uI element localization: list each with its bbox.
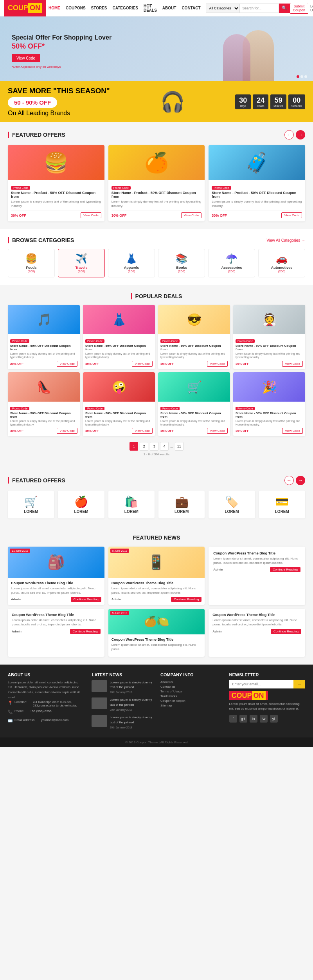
news-card-b1-read-more[interactable]: Continue Reading [70,629,101,634]
offer-card-2-view-code[interactable]: View Code [181,212,202,218]
offer-card-1-footer: 30% OFF View Code [11,210,101,218]
news-card-2-title: Coupon WordPress Theme Blog Title [112,581,202,585]
location-icon: 📍 [8,701,13,705]
brands-prev-button[interactable]: ← [284,476,294,485]
news-card-2-body: Coupon WordPress Theme Blog Title Lorem … [108,578,205,605]
offer-card-1-view-code[interactable]: View Code [81,212,101,218]
cat-travels[interactable]: ✈️ Travels (200) [58,249,105,277]
brand-4[interactable]: 💼 LOREM [158,491,205,518]
page-1-button[interactable]: 1 [130,442,138,451]
page-last-button[interactable]: 11 [175,442,183,451]
categories-view-all[interactable]: View All Categories → [266,238,305,243]
brand-4-icon: 💼 [162,495,201,508]
social-facebook[interactable]: f [229,715,237,723]
nav-stores[interactable]: Stores [88,6,110,10]
offer-card-1-tag: Promo Code [11,186,30,190]
cat-apparels-name: Apparels [110,266,153,270]
news-card-1-read-more[interactable]: Continue Reading [71,597,101,602]
search-input[interactable] [240,4,279,13]
hero-dot-2[interactable] [300,75,303,78]
deal-card-2-off: 30% OFF [85,362,99,366]
featured-offers-header: FEATURED OFFERS ← → [8,130,305,139]
page-4-button[interactable]: 4 [160,442,169,451]
cat-apparels-icon: 👗 [110,253,153,264]
deal-card-1-view-code[interactable]: View Code [57,361,77,367]
cat-foods[interactable]: 🍔 Foods (200) [8,249,55,277]
news-header: FEATURED NEWS [8,534,305,541]
nav-contact[interactable]: Contact [179,6,203,10]
social-twitter[interactable]: tw [260,715,268,723]
category-select[interactable]: All Categories [206,4,240,13]
footer-link-coupon[interactable]: Coupon or Report [160,699,221,703]
news-card-b3-read-more[interactable]: Continue Reading [271,629,301,634]
deal-card-4-footer: 30% OFF View Code [236,361,303,367]
footer-link-sitemap[interactable]: Sitemap [160,704,221,707]
login-link[interactable]: Login/Sign Up [310,4,313,12]
footer-news-title: LATEST NEWS [92,672,153,677]
brands-next-button[interactable]: → [296,476,305,485]
footer-link-contact[interactable]: Contact us [160,685,221,688]
cat-accessories[interactable]: ☂️ Accessories (200) [208,249,255,277]
news-card-2-read-more[interactable]: Continue Reading [171,597,201,602]
deal-card-7-view-code[interactable]: View Code [207,428,228,434]
nav-coupons[interactable]: Coupons [63,6,88,10]
hero-view-code-button[interactable]: View Code [12,54,40,62]
news-card-b3-footer: Admin Continue Reading [212,629,301,634]
page-3-button[interactable]: 3 [150,442,158,451]
news-card-side-title: Coupon WordPress Theme Blog Title [213,551,300,555]
deal-card-6-view-code[interactable]: View Code [132,428,153,434]
cat-apparels[interactable]: 👗 Apparels (200) [108,249,155,277]
footer-logo-text: COUPON [229,691,268,700]
news-card-b2-title: Coupon WordPress Theme Blog Title [112,638,202,641]
offer-card-3-view-code[interactable]: View Code [281,212,302,218]
page-2-button[interactable]: 2 [140,442,148,451]
social-linkedin[interactable]: in [250,715,257,723]
brand-5[interactable]: 🏷️ LOREM [209,491,255,518]
deal-card-7-off: 30% OFF [160,429,174,433]
hero-person-2 [223,34,250,81]
nav-categories[interactable]: Categories [110,6,141,10]
brand-1[interactable]: 🛒 LOREM [8,491,54,518]
featured-offers-cards: 🍔 Promo Code Store Name - Product - 50% … [8,145,305,221]
deal-card-3-view-code[interactable]: View Code [207,361,228,367]
nav-home[interactable]: Home [46,6,63,10]
cat-automotives[interactable]: 🚗 Automotives (200) [258,249,305,277]
news-card-1-footer: Admin Continue Reading [11,597,101,602]
brand-3[interactable]: 🛍️ LOREM [108,491,155,518]
nav-about[interactable]: About [160,6,179,10]
brand-2[interactable]: 🍎 LOREM [58,491,104,518]
newsletter-email-input[interactable] [229,680,293,688]
cat-travels-name: Travels [60,266,103,270]
social-youtube[interactable]: yt [270,715,278,723]
cat-foods-name: Foods [10,266,52,270]
offer-card-1-desc: Lorem ipsum is simply dummy text of the … [11,199,101,208]
deal-card-2-view-code[interactable]: View Code [132,361,153,367]
deal-card-7-desc: Lorem ipsum is simply dummy text of the … [160,419,228,426]
footer-link-about[interactable]: About us [160,680,221,684]
footer-link-terms[interactable]: Terms of Usage [160,690,221,693]
footer-news-date-2: 20th January 2018 [110,708,153,712]
brand-3-name: LOREM [112,509,151,514]
news-card-side-read-more[interactable]: Continue Reading [270,567,300,572]
hero-dot-1[interactable] [297,75,299,78]
deal-card-2-desc: Lorem ipsum is simply dummy text of the … [85,352,153,359]
search-button[interactable]: 🔍 [279,4,290,13]
brand-3-icon: 🛍️ [112,495,151,508]
deal-card-5-view-code[interactable]: View Code [57,428,77,434]
deal-card-8-view-code[interactable]: View Code [282,428,303,434]
footer-link-trademarks[interactable]: Trademarks [160,694,221,698]
submit-coupon-button[interactable]: Submit Coupon [290,3,309,14]
featured-next-button[interactable]: → [296,130,305,139]
cat-books[interactable]: 📚 Books (200) [158,249,205,277]
brand-6[interactable]: 💳 LOREM [259,491,305,518]
deal-card-5-desc: Lorem ipsum is simply dummy text of the … [10,419,77,426]
footer-newsletter: NEWSLETTER → COUPON Lorem ipsum dolor si… [229,672,305,730]
nav-hotdeals[interactable]: Hot Deals [141,4,160,13]
hero-dot-3[interactable] [304,75,307,78]
newsletter-submit-button[interactable]: → [293,680,305,688]
featured-prev-button[interactable]: ← [284,130,294,139]
deal-card-4-view-code[interactable]: View Code [282,361,303,367]
brand-5-icon: 🏷️ [212,495,251,508]
offer-card-1-image: 🍔 [8,145,104,180]
social-google[interactable]: g+ [239,715,247,723]
